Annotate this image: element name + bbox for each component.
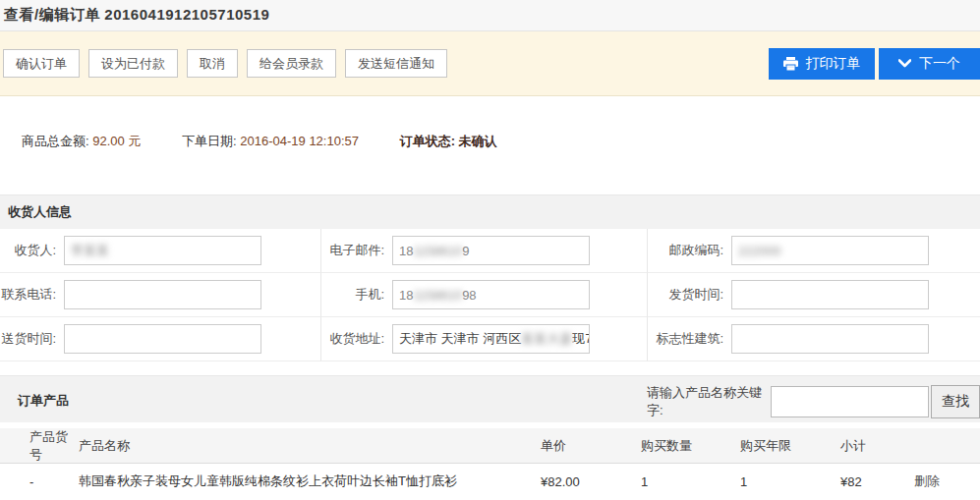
total-amount-value: 92.00 元 [92,134,141,148]
delivery-time-field: 送货时间: [0,317,320,361]
confirm-order-button[interactable]: 确认订单 [3,49,80,78]
col-years: 购买年限 [740,437,840,455]
mobile-field: 手机: 18115861098 [320,273,647,317]
recipient-section-title: 收货人信息 [0,194,980,229]
product-sku: - [0,474,79,489]
products-section-title: 订单产品 [18,392,69,410]
address-input[interactable]: 天津市 天津市 河西区某某大厦现7 [392,324,590,354]
phone-field: 联系电话: [0,273,320,317]
landmark-input[interactable] [731,324,929,354]
order-summary: 商品总金额: 92.00 元 下单日期: 2016-04-19 12:10:57… [0,96,980,194]
search-button[interactable]: 查找 [931,385,980,418]
recipient-name-input[interactable]: 李某某 [64,236,261,265]
postcode-input[interactable]: 222000 [731,236,929,265]
toolbar: 确认订单 设为已付款 取消 给会员录款 发送短信通知 打印订单 下一个 [0,31,980,96]
products-table-header: 产品货号 产品名称 单价 购买数量 购买年限 小计 [0,428,980,464]
print-order-button[interactable]: 打印订单 [769,48,875,80]
status-badge: 未确认 [459,134,497,148]
col-price: 单价 [541,437,641,455]
delete-product-link[interactable]: 删除 [914,473,940,488]
phone-input[interactable] [64,280,261,309]
ship-time-field: 发货时间: [647,273,980,317]
product-subtotal: ¥82 [840,474,914,489]
titlebar: 查看/编辑订单 2016041912105710519 [0,0,980,31]
toolbar-right: 打印订单 下一个 [769,48,980,80]
toolbar-left: 确认订单 设为已付款 取消 给会员录款 发送短信通知 [3,49,456,78]
total-amount: 商品总金额: 92.00 元 [22,134,141,148]
cancel-button[interactable]: 取消 [187,49,238,78]
recipient-form: 收货人: 李某某 电子邮件: 1811586109 邮政编码: 222000 联… [0,229,980,361]
order-edit-page: 查看/编辑订单 2016041912105710519 确认订单 设为已付款 取… [0,0,980,499]
products-section: 订单产品 请输入产品名称关键字: 查找 [0,375,980,422]
col-sku: 产品货号 [0,428,79,464]
chevron-down-icon [898,59,911,68]
product-years: 1 [740,474,840,489]
col-name: 产品名称 [79,437,541,455]
table-row: - 韩国春秋亲子装母女儿童韩版纯棉条纹衫上衣荷叶边长袖T恤打底衫 ¥82.00 … [0,464,980,499]
postcode-field: 邮政编码: 222000 [647,229,980,273]
record-payment-button[interactable]: 给会员录款 [247,49,336,78]
order-date: 下单日期: 2016-04-19 12:10:57 [182,134,359,148]
ship-time-input[interactable] [731,280,929,309]
send-sms-button[interactable]: 发送短信通知 [345,49,447,78]
product-search-input[interactable] [771,386,929,417]
next-order-label: 下一个 [919,55,960,73]
order-date-value: 2016-04-19 12:10:57 [240,134,359,148]
col-qty: 购买数量 [641,437,740,455]
recipient-name-field: 收货人: 李某某 [0,229,320,273]
col-subtotal: 小计 [840,437,914,455]
search-label: 请输入产品名称关键字: [647,384,766,419]
delivery-time-input[interactable] [64,324,261,354]
product-qty: 1 [641,474,740,489]
order-status: 订单状态: 未确认 [400,134,497,148]
printer-icon [783,57,798,71]
print-order-label: 打印订单 [806,55,861,73]
email-field: 电子邮件: 1811586109 [320,229,647,273]
page-title: 查看/编辑订单 2016041912105710519 [4,6,269,25]
mobile-input[interactable]: 18115861098 [392,280,590,309]
product-search: 请输入产品名称关键字: 查找 [647,384,980,419]
landmark-field: 标志性建筑: [647,317,980,361]
email-input[interactable]: 1811586109 [392,236,590,265]
product-price: ¥82.00 [541,474,641,489]
next-order-button[interactable]: 下一个 [879,48,980,80]
product-name: 韩国春秋亲子装母女儿童韩版纯棉条纹衫上衣荷叶边长袖T恤打底衫 [79,472,541,490]
address-field: 收货地址: 天津市 天津市 河西区某某大厦现7 [320,317,647,361]
set-paid-button[interactable]: 设为已付款 [88,49,178,78]
